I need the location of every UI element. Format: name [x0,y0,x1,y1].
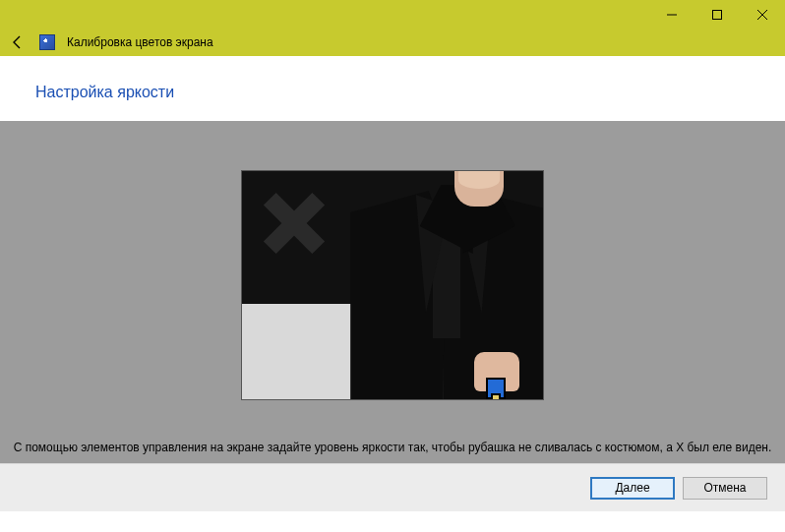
minimize-button[interactable] [649,0,694,29]
cancel-button[interactable]: Отмена [683,477,767,500]
preview-area: С помощью элементов управления на экране… [0,121,785,463]
next-button[interactable]: Далее [590,477,675,500]
page-title: Настройка яркости [35,84,785,101]
next-button-label: Далее [615,481,649,495]
header: Настройка яркости [0,56,785,121]
footer: Далее Отмена [0,463,785,511]
close-button[interactable] [740,0,785,29]
instruction-text: С помощью элементов управления на экране… [0,440,785,455]
x-mark-icon [260,189,329,258]
cancel-button-label: Отмена [703,481,746,495]
svg-rect-1 [713,10,722,19]
calibration-image [241,170,544,400]
window-controls [649,0,785,29]
maximize-button[interactable] [694,0,740,29]
app-title: Калибровка цветов экрана [67,35,213,49]
back-button[interactable] [8,32,28,52]
toolbar: Калибровка цветов экрана [0,29,785,56]
app-icon [39,34,55,50]
person-figure [350,171,543,399]
titlebar [0,0,785,29]
